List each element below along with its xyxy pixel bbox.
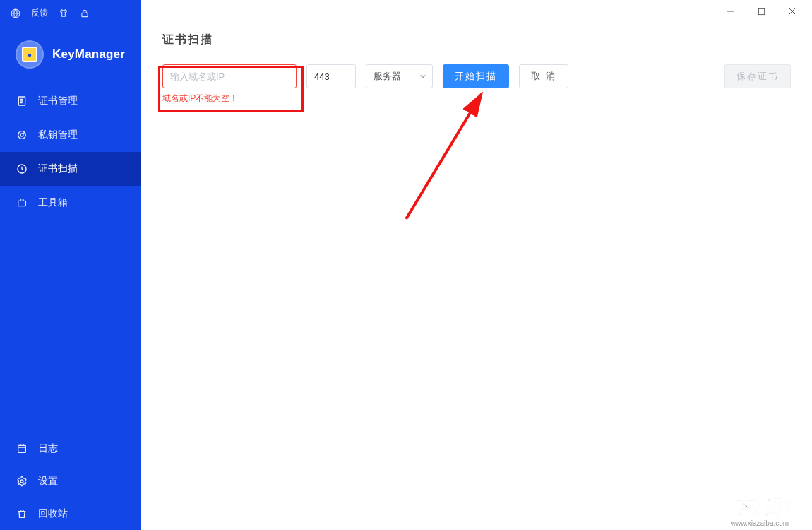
sidebar-item-label: 日志	[38, 442, 58, 455]
watermark: 下载吧 www.xiazaiba.com	[710, 493, 809, 527]
sidebar-item-label: 设置	[38, 475, 58, 488]
gear-icon	[16, 475, 28, 488]
svg-rect-1	[82, 13, 88, 16]
app-root: 反馈 ● KeyManager 证书管理	[0, 0, 812, 530]
maximize-button[interactable]	[746, 1, 777, 22]
svg-point-8	[20, 480, 23, 483]
sidebar-nav: 证书管理 私钥管理 证书扫描 工具箱	[0, 84, 141, 220]
target-type-select[interactable]: 服务器	[366, 64, 433, 88]
main: 证书扫描 域名或IP不能为空！ 服务器 开始扫描 取 消 保存证书	[141, 0, 812, 530]
window-controls	[141, 0, 812, 23]
svg-rect-6	[18, 201, 26, 206]
sidebar-item-label: 证书管理	[38, 95, 78, 107]
feedback-link[interactable]: 反馈	[31, 7, 48, 19]
domain-field-wrap: 域名或IP不能为空！	[162, 64, 297, 105]
trash-icon	[16, 507, 28, 520]
domain-error-text: 域名或IP不能为空！	[162, 93, 297, 105]
domain-input[interactable]	[162, 64, 297, 88]
calendar-icon	[16, 442, 28, 455]
clock-icon	[16, 163, 28, 175]
cancel-button[interactable]: 取 消	[519, 64, 568, 88]
sidebar: 反馈 ● KeyManager 证书管理	[0, 0, 141, 530]
minimize-button[interactable]	[715, 1, 746, 22]
watermark-main: 下载吧	[732, 494, 789, 521]
sidebar-item-settings[interactable]: 设置	[0, 465, 141, 497]
watermark-sub: www.xiazaiba.com	[731, 519, 789, 527]
sidebar-item-recycle[interactable]: 回收站	[0, 497, 141, 530]
chevron-down-icon	[419, 71, 426, 82]
port-input[interactable]	[306, 64, 356, 88]
scan-button[interactable]: 开始扫描	[443, 64, 509, 88]
scan-toolbar: 域名或IP不能为空！ 服务器 开始扫描 取 消 保存证书	[162, 64, 791, 105]
save-cert-button[interactable]: 保存证书	[724, 64, 791, 88]
sidebar-item-toolbox[interactable]: 工具箱	[0, 186, 141, 220]
globe-icon[interactable]	[10, 8, 21, 19]
sidebar-nav-bottom: 日志 设置 回收站	[0, 432, 141, 530]
target-icon	[16, 129, 28, 141]
sidebar-item-label: 证书扫描	[38, 163, 78, 175]
sidebar-spacer	[0, 220, 141, 432]
svg-rect-10	[758, 8, 764, 14]
sidebar-item-label: 工具箱	[38, 196, 68, 209]
page-content: 证书扫描 域名或IP不能为空！ 服务器 开始扫描 取 消 保存证书	[141, 23, 812, 119]
briefcase-icon	[16, 196, 28, 209]
sidebar-item-label: 私钥管理	[38, 129, 78, 141]
lock-icon[interactable]	[79, 8, 90, 19]
brand-name: KeyManager	[52, 47, 125, 61]
svg-rect-7	[18, 445, 26, 452]
sidebar-item-cert-scan[interactable]: 证书扫描	[0, 152, 141, 186]
sidebar-item-logs[interactable]: 日志	[0, 432, 141, 465]
close-button[interactable]	[777, 1, 808, 22]
sidebar-item-cert-manage[interactable]: 证书管理	[0, 84, 141, 118]
select-value: 服务器	[374, 70, 401, 83]
shirt-icon[interactable]	[58, 8, 69, 19]
brand-logo-icon: ●	[16, 40, 44, 69]
document-icon	[16, 95, 28, 107]
page-title: 证书扫描	[162, 33, 791, 47]
sidebar-item-key-manage[interactable]: 私钥管理	[0, 118, 141, 152]
sidebar-topbar: 反馈	[0, 0, 141, 23]
sidebar-item-label: 回收站	[38, 507, 68, 520]
brand: ● KeyManager	[0, 23, 141, 84]
